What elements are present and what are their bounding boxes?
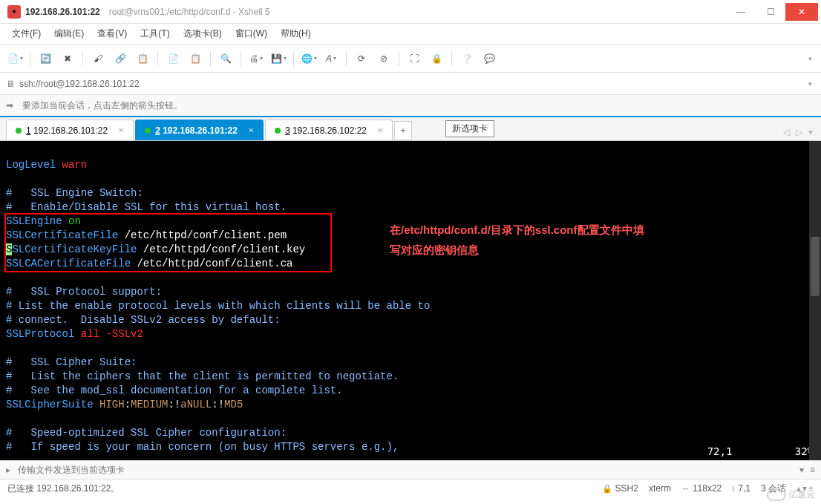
annotation-text: 在/etc/httpd/conf.d/目录下的ssl.conf配置文件中填写对应… [390, 220, 644, 260]
link-button[interactable]: 🔗 [111, 50, 129, 68]
separator [157, 51, 158, 66]
watermark-text: 亿速云 [788, 488, 815, 501]
separator [346, 51, 347, 66]
status-size: ↔118x22 [681, 483, 722, 494]
toolbar-overflow[interactable]: ▾ [805, 45, 815, 73]
session-tab-3[interactable]: 3 192.168.26.102:22 ✕ [265, 120, 393, 140]
globe-button[interactable]: 🌐 [300, 50, 318, 68]
close-button[interactable]: ✕ [785, 3, 818, 21]
compose-input[interactable] [13, 465, 797, 475]
minimize-button[interactable]: — [726, 3, 756, 21]
title-path: root@vms001:/etc/httpd/conf.d - Xshell 5 [109, 7, 270, 17]
status-text: 118x22 [693, 483, 722, 494]
size-icon: ↔ [681, 484, 690, 493]
term-line: # List the enable protocol levels with w… [6, 300, 430, 312]
scrollbar-thumb[interactable] [811, 237, 820, 296]
reconnect-button[interactable]: 🔄 [36, 50, 54, 68]
menu-bar: 文件(F) 编辑(E) 查看(V) 工具(T) 选项卡(B) 窗口(W) 帮助(… [0, 24, 821, 45]
app-icon: ✴ [7, 5, 21, 19]
new-session-button[interactable]: 📄 [6, 50, 24, 68]
lock-icon: 🔒 [602, 484, 612, 494]
tab-nav: ◁ ▷ ▾ [781, 127, 815, 140]
terminal[interactable]: LogLevel warn # SSL Engine Switch: # Ena… [0, 141, 821, 460]
close-icon[interactable]: ✕ [118, 126, 124, 134]
feedback-button[interactable]: 💬 [480, 50, 498, 68]
compose-menu-icon[interactable]: ≡ [807, 465, 818, 475]
compose-options-icon[interactable]: ▾ [797, 465, 807, 475]
term-line: :! [168, 399, 180, 410]
terminal-status: 72,1 32% [707, 445, 814, 459]
menu-window[interactable]: 窗口(W) [231, 24, 272, 43]
title-bar: ✴ 192.168.26.101:22 root@vms001:/etc/htt… [0, 0, 821, 24]
tab-prev-icon[interactable]: ◁ [781, 127, 792, 137]
close-icon[interactable]: ✕ [377, 126, 383, 134]
term-line: SLCertificateKeyFile [12, 243, 137, 255]
toolbar: 📄 🔄 ✖ 🖌 🔗 📋 📄 📋 🔍 🖨 💾 🌐 A ⟳ ⊘ ⛶ 🔒 ❔ 💬 ▾ [0, 45, 821, 73]
separator [451, 51, 452, 66]
status-dot-icon [275, 128, 281, 134]
term-line: # See the mod_ssl documentation for a co… [6, 384, 343, 396]
term-line: # connect. Disable SSLv2 access by defau… [6, 314, 281, 326]
term-line: # SSL Engine Switch: [6, 187, 143, 199]
menu-tools[interactable]: 工具(T) [136, 24, 174, 43]
term-line: SSLCACertificateFile [6, 258, 131, 269]
status-text: SSH2 [615, 483, 638, 494]
address-text[interactable]: ssh://root@192.168.26.101:22 [19, 79, 805, 89]
fullscreen-button[interactable]: ⛶ [405, 50, 423, 68]
term-line: on [62, 215, 81, 227]
term-line: /etc/httpd/conf/client.key [137, 243, 305, 255]
term-line: MD5 [224, 399, 243, 410]
close-icon[interactable]: ✕ [248, 126, 254, 134]
session-tab-2[interactable]: 2 192.168.26.101:22 ✕ [135, 120, 264, 140]
window-controls: — ☐ ✕ [726, 3, 818, 21]
new-tab-button[interactable]: + [394, 121, 412, 140]
highlight-box: SSLEngine on SSLCertificateFile /etc/htt… [6, 215, 330, 271]
font-button[interactable]: A [322, 50, 340, 68]
status-connection: 已连接 192.168.26.101:22。 [7, 482, 592, 495]
separator [210, 51, 211, 66]
bookmark-icon[interactable]: ➡ [6, 100, 19, 111]
find-button[interactable]: 🔍 [217, 50, 235, 68]
stop-button[interactable]: ⊘ [375, 50, 393, 68]
maximize-button[interactable]: ☐ [756, 3, 785, 21]
term-line: # Enable/Disable SSL for this virtual ho… [6, 201, 287, 213]
menu-file[interactable]: 文件(F) [7, 24, 45, 43]
address-bar: 🖥 ssh://root@192.168.26.101:22 ▾ [0, 73, 821, 95]
status-dot-icon [145, 128, 151, 134]
copy-button[interactable]: 📄 [164, 50, 182, 68]
menu-view[interactable]: 查看(V) [93, 24, 131, 43]
print-button[interactable]: 🖨 [247, 50, 265, 68]
menu-tab[interactable]: 选项卡(B) [179, 24, 226, 43]
run-button[interactable]: ⟳ [353, 50, 370, 68]
lock-button[interactable]: 🔒 [428, 50, 445, 68]
save-button[interactable]: 💾 [269, 50, 287, 68]
hint-bar: ➡ 要添加当前会话，点击左侧的箭头按钮。 [0, 95, 821, 117]
separator [241, 51, 241, 66]
term-line: # Speed-optimized SSL Cipher configurati… [6, 427, 287, 439]
term-line: SSLProtocol [6, 328, 74, 340]
separator [30, 51, 30, 66]
watermark: 亿速云 [767, 488, 815, 501]
tab-list-icon[interactable]: ▾ [806, 127, 815, 137]
compose-toggle-icon[interactable]: ▸ [3, 465, 13, 475]
term-line: HIGH [94, 399, 125, 410]
menu-help[interactable]: 帮助(H) [276, 24, 315, 43]
color-button[interactable]: 🖌 [89, 50, 107, 68]
term-line: SSLCipherSuite [6, 399, 94, 410]
disconnect-button[interactable]: ✖ [59, 50, 76, 68]
address-icon: 🖥 [6, 79, 19, 89]
tab-label: 1 192.168.26.101:22 [26, 125, 108, 136]
help-button[interactable]: ❔ [458, 50, 476, 68]
term-line: /etc/httpd/conf/client.pem [118, 229, 287, 241]
annotation-line: 在/etc/httpd/conf.d/目录下的ssl.conf配置文件中填 [390, 223, 644, 236]
tab-next-icon[interactable]: ▷ [794, 127, 805, 137]
term-line: warn [56, 159, 87, 171]
session-tab-1[interactable]: 1 192.168.26.101:22 ✕ [6, 120, 134, 140]
props-button[interactable]: 📋 [134, 50, 151, 68]
scrollbar[interactable] [809, 141, 821, 460]
cloud-icon [767, 489, 786, 501]
annotation-line: 写对应的密钥信息 [390, 243, 479, 256]
address-dropdown[interactable]: ▾ [805, 70, 815, 98]
menu-edit[interactable]: 编辑(E) [50, 24, 88, 43]
paste-button[interactable]: 📋 [186, 50, 204, 68]
